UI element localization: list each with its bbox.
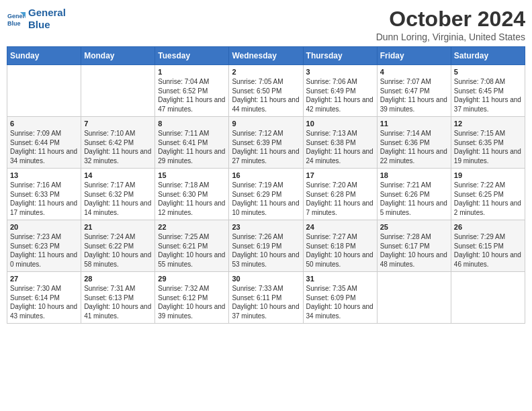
logo-icon: General Blue [7,9,26,28]
cell-info: Sunrise: 7:09 AM Sunset: 6:44 PM Dayligh… [10,129,78,165]
day-number: 21 [84,223,152,231]
day-number: 29 [158,275,226,283]
calendar-cell: 11Sunrise: 7:14 AM Sunset: 6:36 PM Dayli… [377,117,451,169]
calendar-cell: 17Sunrise: 7:20 AM Sunset: 6:28 PM Dayli… [303,169,377,220]
cell-info: Sunrise: 7:23 AM Sunset: 6:23 PM Dayligh… [10,232,78,269]
cell-info: Sunrise: 7:19 AM Sunset: 6:29 PM Dayligh… [232,181,300,217]
day-number: 26 [454,223,522,231]
cell-info: Sunrise: 7:11 AM Sunset: 6:41 PM Dayligh… [158,129,226,165]
day-number: 17 [306,171,374,179]
day-number: 2 [232,68,300,76]
day-number: 10 [306,120,374,128]
cell-info: Sunrise: 7:10 AM Sunset: 6:42 PM Dayligh… [84,129,152,165]
calendar-cell: 16Sunrise: 7:19 AM Sunset: 6:29 PM Dayli… [229,169,303,220]
day-number: 9 [232,120,300,128]
cell-info: Sunrise: 7:24 AM Sunset: 6:22 PM Dayligh… [84,232,152,269]
calendar-cell: 5Sunrise: 7:08 AM Sunset: 6:45 PM Daylig… [451,65,525,117]
calendar-cell: 31Sunrise: 7:35 AM Sunset: 6:09 PM Dayli… [303,272,377,324]
day-number: 1 [158,68,226,76]
calendar-cell [7,65,81,117]
calendar-cell: 2Sunrise: 7:05 AM Sunset: 6:50 PM Daylig… [229,65,303,117]
calendar-week-1: 1Sunrise: 7:04 AM Sunset: 6:52 PM Daylig… [7,65,525,117]
weekday-header-tuesday: Tuesday [155,47,229,65]
calendar-cell: 6Sunrise: 7:09 AM Sunset: 6:44 PM Daylig… [7,117,81,169]
cell-info: Sunrise: 7:31 AM Sunset: 6:13 PM Dayligh… [84,284,152,320]
cell-info: Sunrise: 7:28 AM Sunset: 6:17 PM Dayligh… [380,232,448,269]
calendar-cell: 3Sunrise: 7:06 AM Sunset: 6:49 PM Daylig… [303,65,377,117]
day-number: 13 [10,171,78,179]
cell-info: Sunrise: 7:07 AM Sunset: 6:47 PM Dayligh… [380,77,448,113]
page-subtitle: Dunn Loring, Virginia, United States [376,32,525,42]
svg-text:Blue: Blue [7,20,21,27]
calendar-cell: 19Sunrise: 7:22 AM Sunset: 6:25 PM Dayli… [451,169,525,220]
day-number: 3 [306,68,374,76]
day-number: 24 [306,223,374,231]
calendar-cell: 25Sunrise: 7:28 AM Sunset: 6:17 PM Dayli… [377,220,451,272]
logo-text: General Blue [28,7,66,31]
calendar-cell: 30Sunrise: 7:33 AM Sunset: 6:11 PM Dayli… [229,272,303,324]
cell-info: Sunrise: 7:20 AM Sunset: 6:28 PM Dayligh… [306,181,374,217]
cell-info: Sunrise: 7:25 AM Sunset: 6:21 PM Dayligh… [158,232,226,269]
calendar-cell: 22Sunrise: 7:25 AM Sunset: 6:21 PM Dayli… [155,220,229,272]
day-number: 22 [158,223,226,231]
calendar-cell: 26Sunrise: 7:29 AM Sunset: 6:15 PM Dayli… [451,220,525,272]
day-number: 4 [380,68,448,76]
calendar-week-2: 6Sunrise: 7:09 AM Sunset: 6:44 PM Daylig… [7,117,525,169]
weekday-header-saturday: Saturday [451,47,525,65]
cell-info: Sunrise: 7:13 AM Sunset: 6:38 PM Dayligh… [306,129,374,165]
calendar-cell: 20Sunrise: 7:23 AM Sunset: 6:23 PM Dayli… [7,220,81,272]
cell-info: Sunrise: 7:30 AM Sunset: 6:14 PM Dayligh… [10,284,78,320]
cell-info: Sunrise: 7:17 AM Sunset: 6:32 PM Dayligh… [84,181,152,217]
calendar-cell [377,272,451,324]
cell-info: Sunrise: 7:16 AM Sunset: 6:33 PM Dayligh… [10,181,78,217]
day-number: 16 [232,171,300,179]
day-number: 18 [380,171,448,179]
calendar-cell: 13Sunrise: 7:16 AM Sunset: 6:33 PM Dayli… [7,169,81,220]
page-title: October 2024 [376,7,525,32]
weekday-header-sunday: Sunday [7,47,81,65]
day-number: 5 [454,68,522,76]
cell-info: Sunrise: 7:06 AM Sunset: 6:49 PM Dayligh… [306,77,374,113]
cell-info: Sunrise: 7:08 AM Sunset: 6:45 PM Dayligh… [454,77,522,113]
calendar-cell: 23Sunrise: 7:26 AM Sunset: 6:19 PM Dayli… [229,220,303,272]
calendar-cell: 29Sunrise: 7:32 AM Sunset: 6:12 PM Dayli… [155,272,229,324]
cell-info: Sunrise: 7:29 AM Sunset: 6:15 PM Dayligh… [454,232,522,269]
calendar-cell: 27Sunrise: 7:30 AM Sunset: 6:14 PM Dayli… [7,272,81,324]
day-number: 25 [380,223,448,231]
calendar-cell: 18Sunrise: 7:21 AM Sunset: 6:26 PM Dayli… [377,169,451,220]
cell-info: Sunrise: 7:21 AM Sunset: 6:26 PM Dayligh… [380,181,448,217]
calendar-cell [81,65,155,117]
calendar-cell: 8Sunrise: 7:11 AM Sunset: 6:41 PM Daylig… [155,117,229,169]
calendar-cell: 24Sunrise: 7:27 AM Sunset: 6:18 PM Dayli… [303,220,377,272]
cell-info: Sunrise: 7:14 AM Sunset: 6:36 PM Dayligh… [380,129,448,165]
calendar-week-3: 13Sunrise: 7:16 AM Sunset: 6:33 PM Dayli… [7,169,525,220]
weekday-header-thursday: Thursday [303,47,377,65]
day-number: 30 [232,275,300,283]
day-number: 19 [454,171,522,179]
calendar-cell: 15Sunrise: 7:18 AM Sunset: 6:30 PM Dayli… [155,169,229,220]
day-number: 20 [10,223,78,231]
day-number: 8 [158,120,226,128]
calendar-week-5: 27Sunrise: 7:30 AM Sunset: 6:14 PM Dayli… [7,272,525,324]
cell-info: Sunrise: 7:22 AM Sunset: 6:25 PM Dayligh… [454,181,522,217]
day-number: 31 [306,275,374,283]
cell-info: Sunrise: 7:32 AM Sunset: 6:12 PM Dayligh… [158,284,226,320]
cell-info: Sunrise: 7:05 AM Sunset: 6:50 PM Dayligh… [232,77,300,113]
weekday-header-monday: Monday [81,47,155,65]
day-number: 15 [158,171,226,179]
day-number: 11 [380,120,448,128]
cell-info: Sunrise: 7:35 AM Sunset: 6:09 PM Dayligh… [306,284,374,320]
day-number: 28 [84,275,152,283]
calendar-cell: 9Sunrise: 7:12 AM Sunset: 6:39 PM Daylig… [229,117,303,169]
calendar-cell: 7Sunrise: 7:10 AM Sunset: 6:42 PM Daylig… [81,117,155,169]
day-number: 27 [10,275,78,283]
calendar-week-4: 20Sunrise: 7:23 AM Sunset: 6:23 PM Dayli… [7,220,525,272]
calendar-cell: 1Sunrise: 7:04 AM Sunset: 6:52 PM Daylig… [155,65,229,117]
cell-info: Sunrise: 7:26 AM Sunset: 6:19 PM Dayligh… [232,232,300,269]
cell-info: Sunrise: 7:12 AM Sunset: 6:39 PM Dayligh… [232,129,300,165]
calendar-table: SundayMondayTuesdayWednesdayThursdayFrid… [7,46,525,324]
calendar-cell: 12Sunrise: 7:15 AM Sunset: 6:35 PM Dayli… [451,117,525,169]
cell-info: Sunrise: 7:27 AM Sunset: 6:18 PM Dayligh… [306,232,374,269]
cell-info: Sunrise: 7:18 AM Sunset: 6:30 PM Dayligh… [158,181,226,217]
day-number: 6 [10,120,78,128]
